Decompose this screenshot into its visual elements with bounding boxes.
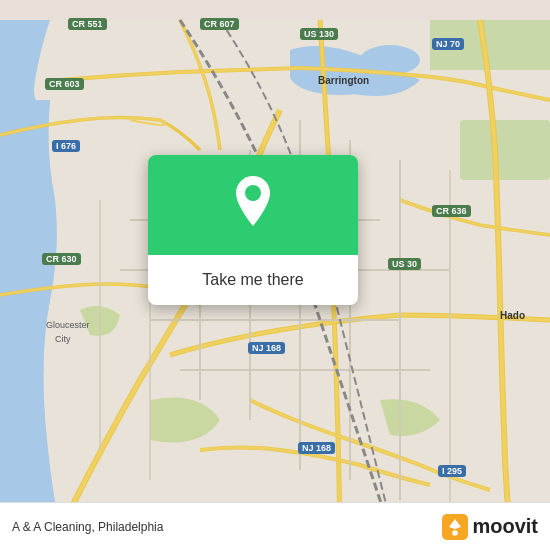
- place-label-barrington: Barrington: [318, 75, 369, 86]
- road-badge-cr636: CR 636: [432, 205, 471, 217]
- location-pin-icon: [228, 176, 278, 234]
- svg-point-17: [245, 185, 261, 201]
- place-label-gloucester: Gloucester: [46, 320, 90, 330]
- road-badge-nj168-1: NJ 168: [248, 342, 285, 354]
- map-container: CR 551 CR 607 US 130 NJ 70 CR 603 I 676 …: [0, 0, 550, 550]
- svg-rect-3: [460, 120, 550, 180]
- road-badge-cr607: CR 607: [200, 18, 239, 30]
- place-card: Take me there: [148, 155, 358, 305]
- road-badge-us130: US 130: [300, 28, 338, 40]
- road-badge-us30: US 30: [388, 258, 421, 270]
- place-card-header: [148, 155, 358, 255]
- take-me-there-button[interactable]: Take me there: [202, 267, 303, 293]
- place-card-body[interactable]: Take me there: [148, 255, 358, 305]
- road-badge-cr551: CR 551: [68, 18, 107, 30]
- place-label-hado: Hado: [500, 310, 525, 321]
- road-badge-nj168-2: NJ 168: [298, 442, 335, 454]
- footer-brand: moovit: [442, 514, 538, 540]
- road-badge-nj70: NJ 70: [432, 38, 464, 50]
- place-label-city: City: [55, 334, 71, 344]
- road-badge-i295: I 295: [438, 465, 466, 477]
- footer-moovit-text: moovit: [472, 515, 538, 538]
- footer-place-name: A & A Cleaning, Philadelphia: [12, 520, 163, 534]
- road-badge-cr603: CR 603: [45, 78, 84, 90]
- footer-moovit-icon: [442, 514, 468, 540]
- footer-bar: A & A Cleaning, Philadelphia moovit: [0, 502, 550, 550]
- road-badge-i676: I 676: [52, 140, 80, 152]
- road-badge-cr630: CR 630: [42, 253, 81, 265]
- svg-point-22: [453, 530, 459, 536]
